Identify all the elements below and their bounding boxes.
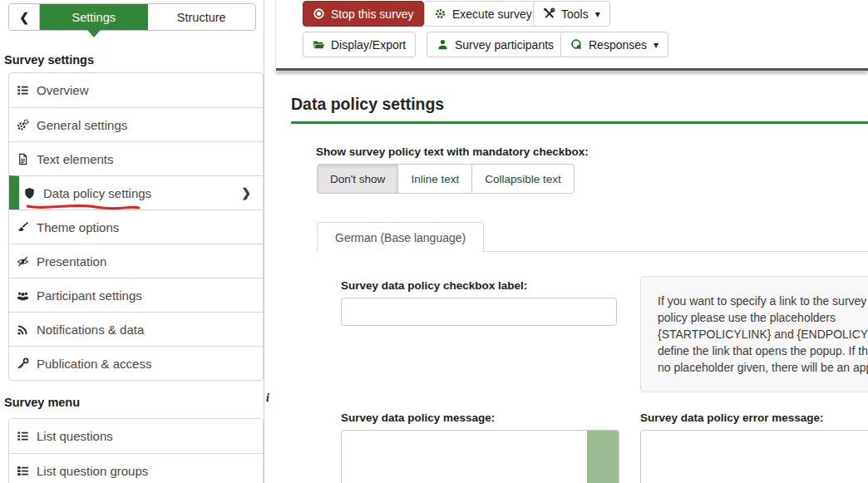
- display-export-label: Display/Export: [331, 38, 406, 52]
- tools-label: Tools: [561, 7, 589, 21]
- page-title: Data policy settings: [291, 95, 444, 114]
- key-icon: [17, 357, 29, 370]
- policy-display-button-group: Don't show Inline text Collapsible text: [317, 164, 575, 194]
- sidebar-item-label: Participant settings: [37, 288, 142, 303]
- tools-icon: [543, 7, 555, 20]
- list-icon: [17, 84, 29, 96]
- policy-message-textarea[interactable]: [341, 430, 619, 483]
- option-inline-text[interactable]: Inline text: [397, 164, 472, 194]
- sidebar-item-label: Theme options: [37, 220, 119, 234]
- caret-down-icon: ▾: [653, 39, 658, 51]
- policy-error-message-textarea[interactable]: [640, 430, 868, 483]
- toolbar-bottom-shadow: [276, 68, 868, 71]
- file-text-icon: [17, 153, 29, 165]
- show-policy-label: Show survey policy text with mandatory c…: [316, 145, 589, 158]
- stop-circle-icon: [313, 7, 325, 20]
- option-collapsible-text[interactable]: Collapsible text: [471, 164, 575, 194]
- sidebar-item-text-elements[interactable]: Text elements: [9, 141, 263, 175]
- eye-slash-icon: [17, 255, 29, 268]
- sidebar-item-list-question-groups[interactable]: List question groups: [9, 453, 263, 483]
- survey-participants-button[interactable]: Survey participants: [427, 32, 564, 57]
- sidebar-item-label: General settings: [37, 118, 127, 132]
- display-export-button[interactable]: Display/Export: [303, 32, 416, 57]
- shield-icon: [23, 187, 36, 200]
- survey-participants-label: Survey participants: [455, 38, 554, 52]
- sidebar-item-overview[interactable]: Overview: [9, 73, 263, 107]
- textarea-scrollbar[interactable]: [587, 431, 619, 483]
- red-underline-annotation: [25, 200, 141, 212]
- execute-survey-label: Execute survey: [452, 7, 532, 21]
- list-group-icon: [17, 465, 29, 477]
- tab-structure[interactable]: Structure: [148, 4, 256, 30]
- sidebar-item-notifications-data[interactable]: Notifications & data: [9, 312, 263, 346]
- policy-link-help-text: If you want to specify a link to the sur…: [640, 276, 868, 392]
- error-message-field-wrap: [640, 430, 868, 483]
- survey-menu-list: List questions List question groups: [8, 418, 264, 483]
- message-field-label: Survey data policy message:: [341, 412, 495, 424]
- message-field-wrap: [341, 430, 619, 483]
- sidebar-item-label: List questions: [37, 429, 113, 443]
- sidebar-item-publication-access[interactable]: Publication & access: [9, 346, 263, 380]
- sidebar-item-label: Text elements: [37, 152, 114, 166]
- language-tab-label: German (Base language): [335, 231, 466, 244]
- sidebar-item-label: Overview: [37, 83, 89, 97]
- chevron-left-icon: ❮: [19, 11, 29, 24]
- info-icon[interactable]: i: [266, 392, 269, 405]
- caret-down-icon: ▾: [595, 8, 600, 20]
- title-underline: [291, 121, 868, 124]
- user-icon: [436, 38, 449, 51]
- sidebar-item-label: Data policy settings: [43, 186, 151, 200]
- error-message-field-label: Survey data policy error message:: [640, 412, 824, 424]
- stop-survey-button[interactable]: Stop this survey: [303, 1, 424, 27]
- sidebar-item-participant-settings[interactable]: Participant settings: [9, 278, 263, 312]
- sidebar-item-label: List question groups: [37, 464, 148, 478]
- sidebar-item-list-questions[interactable]: List questions: [9, 419, 263, 453]
- survey-settings-heading: Survey settings: [4, 53, 94, 67]
- users-icon: [17, 289, 29, 302]
- folder-open-icon: [313, 38, 325, 51]
- tab-structure-label: Structure: [177, 11, 226, 24]
- sidebar: ❮ Settings Structure Survey settings Ove…: [0, 0, 264, 483]
- survey-menu-heading: Survey menu: [4, 396, 80, 409]
- toolbar-left-divider: [275, 0, 276, 70]
- survey-settings-menu: Overview General settings Text elements …: [8, 72, 264, 381]
- sidebar-tab-bar: ❮ Settings Structure: [8, 3, 256, 31]
- responses-dropdown-button[interactable]: Responses ▾: [560, 32, 668, 57]
- responses-icon: [570, 38, 583, 51]
- collapse-sidebar-button[interactable]: ❮: [9, 4, 40, 30]
- sidebar-item-label: Presentation: [37, 254, 106, 269]
- execute-survey-button[interactable]: Execute survey: [424, 1, 542, 27]
- tab-german-base-language[interactable]: German (Base language): [317, 222, 484, 254]
- tab-settings[interactable]: Settings: [40, 4, 148, 30]
- gears-icon: [17, 119, 29, 131]
- gear-icon: [434, 7, 446, 20]
- checkbox-label-input[interactable]: [341, 298, 617, 326]
- sidebar-item-label: Notifications & data: [37, 323, 144, 337]
- option-dont-show[interactable]: Don't show: [317, 164, 398, 194]
- paint-brush-icon: [17, 221, 29, 234]
- checkbox-label-field-label: Survey data policy checkbox label:: [341, 279, 527, 292]
- sidebar-item-label: Publication & access: [37, 357, 151, 371]
- sidebar-item-general-settings[interactable]: General settings: [9, 107, 263, 141]
- list-icon: [17, 430, 29, 442]
- tools-dropdown-button[interactable]: Tools ▾: [533, 1, 610, 27]
- stop-survey-label: Stop this survey: [331, 7, 414, 21]
- sidebar-item-presentation[interactable]: Presentation: [9, 244, 263, 278]
- app-window: ❮ Settings Structure Survey settings Ove…: [0, 0, 868, 483]
- chevron-right-icon: ❯: [241, 186, 251, 200]
- tab-settings-label: Settings: [72, 11, 116, 24]
- responses-label: Responses: [589, 38, 647, 52]
- sidebar-item-theme-options[interactable]: Theme options: [9, 209, 263, 244]
- active-tab-caret: [87, 30, 101, 37]
- rss-icon: [17, 323, 29, 336]
